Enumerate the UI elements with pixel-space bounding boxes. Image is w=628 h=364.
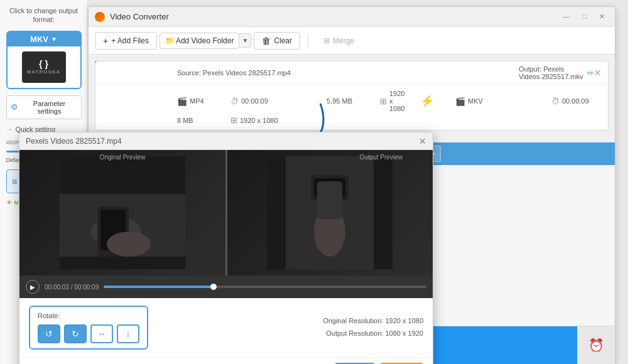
rotate-buttons: ↺ ↻ ↔ ↕: [38, 324, 139, 343]
source-resolution: ⊞ 1920 x 1080: [380, 90, 399, 112]
rotate-area: Rotate: ↺ ↻ ↔ ↕ Original Resolution: 192…: [19, 298, 433, 357]
output-preview: Output Preview: [226, 150, 433, 276]
original-video-thumb: [19, 150, 225, 276]
progress-bar[interactable]: [104, 286, 426, 288]
output-res-text: 1920 x 1080: [240, 117, 278, 124]
rotate-box: Rotate: ↺ ↻ ↔ ↕: [29, 306, 148, 350]
file-entry: Source: Pexels Videos 2825517.mp4 Output…: [95, 61, 609, 131]
rotate-left-button[interactable]: ↺: [38, 324, 60, 343]
source-size-text: 5.95 MB: [327, 97, 352, 105]
source-format-text: MP4: [190, 97, 204, 105]
play-button[interactable]: ▶: [26, 280, 40, 294]
svg-rect-11: [317, 181, 342, 219]
merge-icon: ⊞: [323, 36, 330, 45]
maximize-button[interactable]: □: [578, 11, 590, 22]
folder-icon-toolbar: 📁: [165, 36, 175, 45]
output-label-row: Output: Pexels Videos 2825517.mkv ✏: [519, 65, 594, 80]
trash-icon: 🗑: [262, 36, 271, 46]
file-entry-header: Source: Pexels Videos 2825517.mp4 Output…: [95, 62, 608, 85]
timer-icon: ⏰: [588, 338, 604, 353]
param-settings-label: Parameter settings: [22, 100, 77, 115]
source-duration: ⏱ 00:00:09: [230, 97, 323, 106]
rotate-right-button[interactable]: ↻: [64, 324, 87, 343]
toolbar-divider: [308, 33, 308, 48]
clear-label: Clear: [274, 36, 292, 45]
progress-fill: [104, 286, 217, 288]
format-icon-out: 🎬: [455, 97, 465, 106]
flip-horizontal-button[interactable]: ↔: [90, 324, 113, 343]
time-display: 00:00:03 / 00:00:09: [45, 284, 99, 291]
matroska-text: MATROSKA: [27, 69, 61, 75]
timer-button[interactable]: ⏰: [577, 326, 615, 364]
mkv-icon: { }: [39, 59, 48, 69]
close-entry-icon[interactable]: ✕: [594, 68, 602, 78]
svg-point-5: [107, 232, 151, 257]
output-format: 🎬 MKV: [455, 97, 548, 106]
format-title: Click to change output format:: [5, 6, 82, 24]
output-preview-label: Output Preview: [360, 154, 403, 161]
add-folder-group: 📁 Add Video Folder ▼: [160, 33, 251, 49]
eye-icon: 👁: [6, 200, 12, 206]
clear-button[interactable]: 🗑 Clear: [254, 32, 300, 50]
dialog-footer: Ok Cancel: [19, 357, 433, 364]
progress-thumb[interactable]: [210, 284, 217, 290]
quick-arrow-icon: →: [6, 126, 13, 133]
settings-icon: ⚙: [11, 102, 18, 112]
param-settings-button[interactable]: ⚙ Parameter settings: [6, 95, 82, 119]
add-folder-label: Add Video Folder: [176, 36, 234, 45]
add-video-folder-button[interactable]: 📁 Add Video Folder: [160, 33, 240, 49]
original-res: Original Resolution: 1920 x 1080: [323, 315, 423, 328]
close-button[interactable]: ✕: [595, 11, 609, 22]
res-icon-out: ⊞: [230, 115, 237, 125]
rotate-label: Rotate:: [38, 312, 139, 319]
file-entry-details: 🎬 MP4 ⏱ 00:00:09 5.95 MB ⊞ 1920 x 1080 ⚡: [95, 85, 608, 130]
hw-accel-icon: 🖥: [11, 178, 18, 185]
resolution-info: Original Resolution: 1920 x 1080 Output …: [323, 315, 423, 340]
output-format-text: MKV: [468, 97, 483, 105]
format-logo: { } MATROSKA: [8, 46, 80, 88]
format-name: MKV: [30, 35, 48, 44]
popup-dialog: Pexels Videos 2825517.mp4 ✕ Original Pre…: [19, 132, 433, 364]
flip-vertical-button[interactable]: ↕: [117, 324, 139, 343]
source-size: 5.95 MB: [327, 97, 377, 105]
clock-icon-src: ⏱: [230, 97, 239, 106]
merge-button[interactable]: ⊞ Merge: [316, 33, 362, 48]
toolbar: + + Add Files 📁 Add Video Folder ▼ 🗑 Cle…: [89, 27, 615, 55]
app-title: Video Converter: [110, 12, 559, 21]
lightning-icon: ⚡: [420, 94, 434, 108]
popup-title-bar: Pexels Videos 2825517.mp4 ✕: [19, 132, 433, 150]
output-video-svg: [267, 156, 392, 269]
current-time: 00:00:03: [45, 284, 69, 291]
title-bar-controls: — □ ✕: [559, 11, 609, 22]
output-duration-text: 00:00:09: [562, 97, 589, 105]
app-icon: [95, 12, 105, 22]
add-files-label: + Add Files: [111, 36, 149, 45]
popup-close-button[interactable]: ✕: [419, 136, 426, 146]
convert-arrow: ⚡: [402, 94, 452, 108]
clock-icon-out: ⏱: [551, 97, 560, 106]
title-bar: Video Converter — □ ✕: [89, 7, 615, 27]
original-video-svg: [60, 156, 185, 269]
format-header[interactable]: MKV ▼: [8, 32, 80, 46]
format-dropdown-arrow: ▼: [51, 36, 57, 43]
preview-separator: [226, 150, 227, 276]
format-box[interactable]: MKV ▼ { } MATROSKA: [6, 31, 82, 89]
output-size: 8 MB: [177, 117, 227, 124]
source-format: 🎬 MP4: [177, 97, 227, 106]
format-icon-src: 🎬: [177, 97, 187, 106]
output-label: Output: Pexels Videos 2825517.mkv: [519, 65, 585, 80]
edit-output-icon[interactable]: ✏: [587, 68, 594, 78]
output-res: Output Resolution: 1080 x 1920: [323, 328, 423, 340]
popup-title: Pexels Videos 2825517.mp4: [26, 137, 122, 146]
output-size-text: 8 MB: [177, 117, 193, 124]
mkv-logo: { } MATROSKA: [22, 51, 66, 83]
original-preview-label: Original Preview: [100, 154, 146, 161]
total-time: 00:00:09: [74, 284, 99, 291]
plus-icon: +: [103, 36, 108, 46]
folder-dropdown-arrow[interactable]: ▼: [239, 33, 251, 48]
output-resolution: ⊞ 1920 x 1080: [230, 115, 323, 125]
minimize-button[interactable]: —: [559, 11, 573, 22]
add-files-button[interactable]: + + Add Files: [95, 32, 157, 50]
original-preview: Original Preview: [19, 150, 226, 276]
playback-controls: ▶ 00:00:03 / 00:00:09: [19, 276, 433, 298]
